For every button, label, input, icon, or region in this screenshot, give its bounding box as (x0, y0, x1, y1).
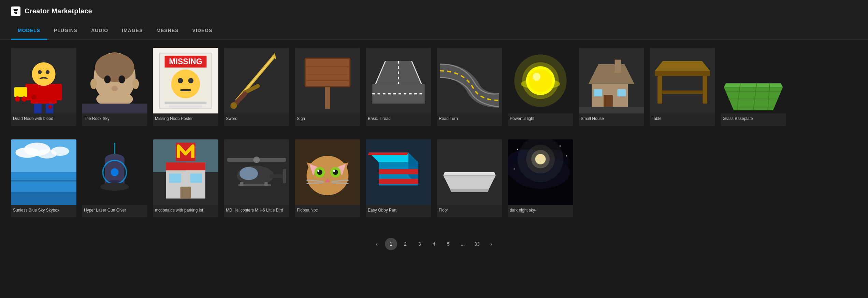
svg-rect-121 (240, 182, 244, 186)
label-table: Table (650, 113, 715, 126)
svg-marker-146 (368, 152, 408, 155)
svg-rect-33 (165, 101, 207, 104)
label-mcdonalds: mcdonalds with parking lot (153, 205, 218, 217)
tab-audio[interactable]: AUDIO (84, 22, 115, 40)
prev-page-button[interactable]: ‹ (371, 238, 383, 250)
thumb-helicopter (224, 139, 289, 205)
svg-point-13 (15, 96, 20, 101)
svg-rect-69 (594, 89, 602, 96)
item-rock-sky[interactable]: The Rock Sky (82, 48, 147, 126)
item-floor[interactable]: Floor (437, 139, 502, 217)
next-page-button[interactable]: › (485, 238, 497, 250)
thumb-sword (224, 48, 289, 113)
item-road-turn[interactable]: Road Turn (437, 48, 502, 126)
item-sunless-sky[interactable]: Sunless Blue Sky Skybox (11, 139, 76, 217)
item-obby-part[interactable]: Easy Obby Part (366, 139, 431, 217)
items-grid-row2: Sunless Blue Sky Skybox Hyper Laser Gun … (11, 139, 857, 217)
svg-text:MISSING: MISSING (169, 57, 202, 66)
page-5-button[interactable]: 5 (442, 238, 454, 250)
svg-rect-71 (579, 107, 644, 113)
label-floor: Floor (437, 205, 502, 217)
thumb-rock-sky (82, 48, 147, 113)
svg-rect-67 (615, 60, 621, 73)
thumb-obby-part (366, 139, 431, 205)
svg-point-17 (95, 53, 134, 82)
svg-rect-12 (14, 87, 27, 97)
svg-marker-73 (655, 61, 710, 71)
svg-point-94 (51, 147, 69, 156)
thumb-laser-gun (82, 139, 147, 205)
svg-point-133 (317, 170, 319, 172)
items-grid-row1: Dead Noob with blood The Rock Sky MISSIN… (11, 48, 857, 126)
page-3-button[interactable]: 3 (414, 238, 426, 250)
tab-images[interactable]: IMAGES (115, 22, 149, 40)
svg-rect-70 (617, 89, 626, 96)
svg-marker-150 (450, 189, 489, 192)
svg-rect-68 (604, 95, 613, 107)
tab-meshes[interactable]: MESHES (149, 22, 185, 40)
page-2-button[interactable]: 2 (399, 238, 411, 250)
svg-line-137 (307, 183, 324, 184)
svg-marker-144 (379, 169, 418, 174)
item-small-house[interactable]: Small House (579, 48, 644, 126)
svg-rect-111 (180, 187, 191, 199)
svg-rect-2 (31, 84, 57, 104)
item-laser-gun[interactable]: Hyper Laser Gun Giver (82, 139, 147, 217)
item-grass-baseplate[interactable]: Grass Baseplate (721, 48, 786, 126)
svg-rect-6 (34, 104, 42, 113)
item-sign[interactable]: Sign (295, 48, 360, 126)
svg-point-162 (513, 168, 515, 170)
thumb-grass-baseplate (721, 48, 786, 113)
label-sword: Sword (224, 113, 289, 126)
svg-rect-110 (190, 174, 202, 183)
item-dead-noob[interactable]: Dead Noob with blood (11, 48, 76, 126)
app-title: Creator Marketplace (25, 7, 92, 15)
item-basic-t-road[interactable]: Basic T road (366, 48, 431, 126)
item-sword[interactable]: Sword (224, 48, 289, 126)
page-4-button[interactable]: 4 (428, 238, 440, 250)
content-area: Dead Noob with blood The Rock Sky MISSIN… (0, 40, 868, 265)
svg-point-9 (46, 70, 50, 74)
last-page-button[interactable]: 33 (471, 238, 483, 250)
svg-point-101 (100, 183, 129, 191)
label-rock-sky: The Rock Sky (82, 113, 147, 126)
svg-point-22 (90, 79, 97, 89)
label-sunless-sky: Sunless Blue Sky Skybox (11, 205, 76, 217)
label-helicopter: MD Helicopters MH-6 Little Bird (224, 205, 289, 217)
thumb-missing-noob: MISSING (153, 48, 218, 113)
tab-videos[interactable]: VIDEOS (186, 22, 219, 40)
label-missing-noob: Missing Noob Poster (153, 113, 218, 126)
svg-line-139 (332, 183, 349, 184)
tabs-bar: MODELS PLUGINS AUDIO IMAGES MESHES VIDEO… (0, 22, 868, 40)
item-floppa[interactable]: Floppa Npc (295, 139, 360, 217)
thumb-basic-t-road (366, 48, 431, 113)
svg-rect-90 (11, 192, 76, 205)
tab-models[interactable]: MODELS (11, 22, 47, 40)
thumb-small-house (579, 48, 644, 113)
svg-rect-74 (655, 71, 710, 76)
item-dark-night[interactable]: dark night sky- (508, 139, 573, 217)
label-dead-noob: Dead Noob with blood (11, 113, 76, 126)
thumb-dead-noob (11, 48, 76, 113)
item-helicopter[interactable]: MD Helicopters MH-6 Little Bird (224, 139, 289, 217)
svg-point-3 (32, 62, 55, 86)
item-table[interactable]: Table (650, 48, 715, 126)
svg-point-160 (560, 145, 561, 147)
tab-plugins[interactable]: PLUGINS (47, 22, 84, 40)
item-missing-noob[interactable]: MISSING Missing Noob Poster (153, 48, 218, 126)
svg-point-63 (533, 73, 540, 81)
thumb-powerful-light (508, 48, 573, 113)
svg-rect-45 (306, 59, 349, 86)
page-1-button[interactable]: 1 (385, 238, 397, 250)
label-basic-t-road: Basic T road (366, 113, 431, 126)
svg-marker-80 (724, 83, 783, 87)
item-mcdonalds[interactable]: mcdonalds with parking lot (153, 139, 218, 217)
label-small-house: Small House (579, 113, 644, 126)
thumb-floppa (295, 139, 360, 205)
header: Creator Marketplace (0, 0, 868, 22)
label-floppa: Floppa Npc (295, 205, 360, 217)
svg-point-19 (119, 76, 125, 83)
svg-point-23 (132, 79, 139, 89)
item-powerful-light[interactable]: Powerful light (508, 48, 573, 126)
thumb-floor (437, 139, 502, 205)
